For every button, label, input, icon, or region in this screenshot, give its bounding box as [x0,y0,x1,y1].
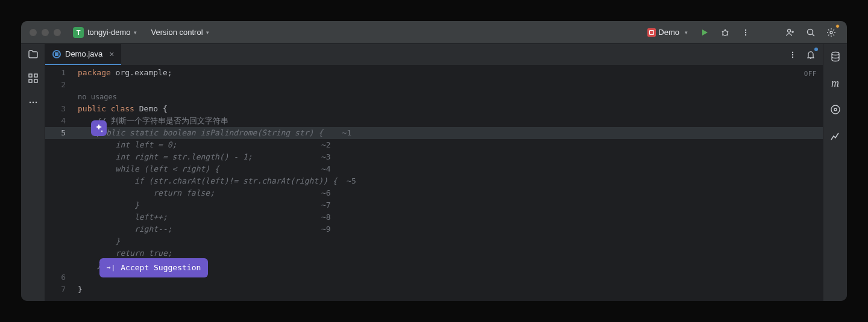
project-name: tongyi-demo [87,28,131,37]
more-actions-button[interactable] [738,25,753,40]
chevron-down-icon: ▾ [206,29,209,36]
search-button[interactable] [804,25,818,40]
left-tool-rail [21,44,45,301]
notification-dot [814,48,818,51]
svg-rect-8 [34,74,37,77]
editor-tabbar: Demo.java × [45,44,823,66]
line-number: 1 [45,67,66,79]
line-gutter: 1 2 3 4 5 6 7 [45,66,74,301]
more-tools-icon[interactable] [27,96,40,109]
java-class-icon [52,50,61,58]
inspection-off-badge[interactable]: OFF [804,68,817,80]
svg-rect-9 [29,79,32,82]
notifications-button[interactable] [804,48,818,62]
window-controls [30,29,61,36]
run-config-name: Demo [658,28,679,37]
chevron-down-icon: ▾ [685,29,688,36]
svg-point-15 [792,54,793,55]
svg-point-3 [745,34,746,35]
run-button[interactable] [697,25,712,40]
database-tool-icon[interactable] [829,50,842,63]
svg-point-12 [32,102,33,103]
svg-point-13 [35,102,36,103]
accept-suggestion-label: Accept Suggestion [121,262,201,274]
line-number: 3 [45,103,66,115]
svg-rect-10 [34,79,37,82]
titlebar: T tongyi-demo ▾ Version control ▾ Demo ▾ [21,21,847,44]
svg-point-2 [745,31,746,33]
accept-suggestion-button[interactable]: →| Accept Suggestion [99,258,208,277]
collaborate-button[interactable] [783,25,797,40]
line-number: 5 [45,127,74,139]
project-selector[interactable]: T tongyi-demo ▾ [69,25,140,40]
maven-tool-icon[interactable]: m [829,76,842,90]
svg-point-4 [788,29,791,32]
svg-rect-7 [29,74,32,77]
ai-assistant-icon[interactable] [91,120,107,136]
tab-options-button[interactable] [785,48,800,62]
svg-point-14 [792,51,793,52]
editor-tab-demo[interactable]: Demo.java × [45,44,121,65]
close-window[interactable] [30,29,37,36]
svg-point-0 [723,31,728,36]
svg-point-11 [29,102,30,103]
editor-panel: Demo.java × 1 2 [45,44,823,301]
svg-point-16 [792,56,793,57]
structure-tool-icon[interactable] [27,72,40,85]
line-number: 6 [45,271,66,283]
usages-hint[interactable]: no usages [78,93,117,101]
right-tool-rail: m [823,44,847,301]
close-tab-button[interactable]: × [109,50,114,58]
settings-notification-dot [835,24,840,28]
settings-button[interactable] [824,25,838,40]
project-badge: T [73,27,84,38]
code-editor[interactable]: OFF package org.example; no usages publi… [74,66,823,301]
chevron-down-icon: ▾ [134,29,137,36]
svg-point-17 [832,52,839,55]
line-number: 4 [45,115,66,127]
editor-area: 1 2 3 4 5 6 7 OFF package org.example; n… [45,66,823,301]
svg-point-6 [830,31,832,34]
svg-point-1 [745,29,746,30]
svg-point-18 [834,108,837,111]
ai-tool-icon[interactable] [829,103,842,116]
project-tool-icon[interactable] [27,48,40,61]
svg-point-5 [808,29,813,34]
run-config-selector[interactable]: Demo ▾ [644,25,691,39]
run-config-icon [647,28,656,37]
version-control-menu[interactable]: Version control ▾ [148,25,213,39]
version-control-label: Version control [151,28,203,37]
workspace: Demo.java × 1 2 [21,44,847,301]
tab-filename: Demo.java [65,49,102,58]
maximize-window[interactable] [54,29,61,36]
titlebar-right: Demo ▾ [644,25,838,40]
tab-key-icon: →| [107,262,116,274]
debug-button[interactable] [718,25,732,40]
analytics-tool-icon[interactable] [829,129,842,143]
minimize-window[interactable] [42,29,49,36]
line-number: 7 [45,283,66,296]
ide-window: T tongyi-demo ▾ Version control ▾ Demo ▾ [21,21,847,301]
line-number: 2 [45,79,66,91]
